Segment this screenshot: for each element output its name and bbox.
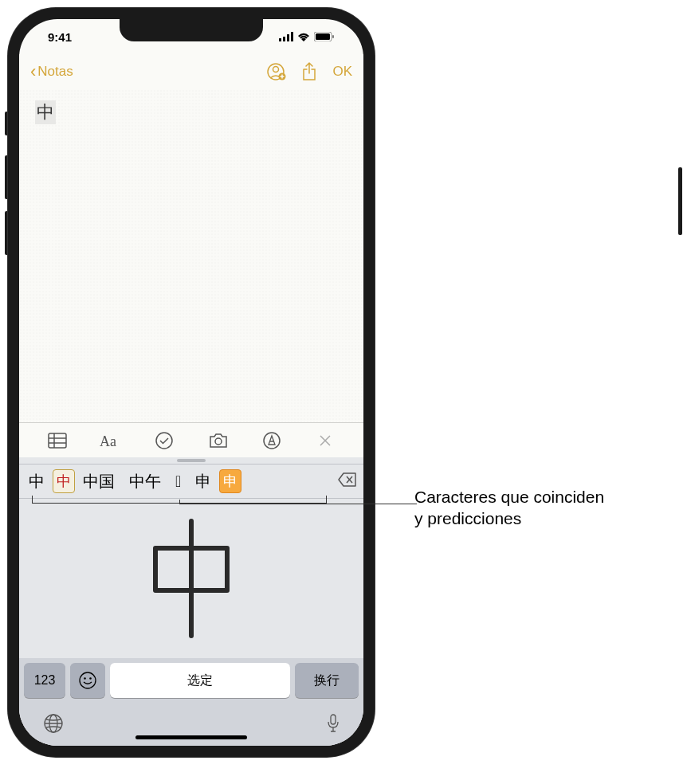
emoji-icon	[79, 672, 96, 689]
svg-rect-3	[291, 32, 293, 41]
battery-icon	[314, 32, 335, 41]
dictation-key[interactable]	[327, 714, 340, 736]
svg-rect-5	[316, 33, 330, 40]
collaborate-button[interactable]	[267, 63, 286, 80]
backspace-icon	[338, 472, 357, 487]
candidate-item[interactable]: 中	[53, 469, 75, 493]
cellular-icon	[279, 32, 293, 41]
return-key[interactable]: 换行	[295, 663, 359, 698]
keyboard-bottom-row: 123 选定 换行	[19, 658, 363, 704]
format-icon: Aa	[100, 433, 122, 449]
backspace-button[interactable]	[338, 472, 357, 490]
back-label: Notas	[37, 64, 73, 80]
table-icon	[48, 433, 67, 449]
notch	[120, 19, 263, 41]
callout-text: Caracteres que coinciden y predicciones	[414, 486, 604, 530]
share-icon	[302, 62, 316, 81]
svg-rect-2	[287, 34, 289, 41]
share-button[interactable]	[302, 62, 316, 81]
keyboard-utility-row	[19, 704, 363, 746]
checkmark-circle-icon	[155, 432, 173, 449]
svg-rect-1	[283, 37, 285, 41]
svg-text:Aa: Aa	[100, 433, 116, 449]
close-icon	[319, 434, 332, 447]
back-button[interactable]: ‹ Notas	[30, 61, 73, 82]
handwritten-character	[135, 515, 247, 642]
callout-line-1: Caracteres que coinciden	[414, 486, 604, 508]
person-add-icon	[267, 63, 286, 80]
chevron-left-icon: ‹	[30, 61, 36, 82]
candidate-item[interactable]: 中午	[123, 468, 167, 496]
close-toolbar-button[interactable]	[299, 434, 352, 447]
globe-key[interactable]	[43, 713, 64, 737]
wifi-icon	[297, 32, 310, 41]
svg-point-15	[156, 433, 172, 449]
keyboard-grabber[interactable]	[19, 457, 363, 464]
navigation-bar: ‹ Notas OK	[19, 54, 363, 89]
done-button[interactable]: OK	[332, 64, 352, 80]
candidate-item[interactable]: 申	[219, 469, 241, 493]
svg-rect-0	[279, 38, 281, 41]
candidate-item[interactable]: 𠀐	[169, 469, 187, 494]
globe-icon	[43, 713, 64, 734]
svg-point-18	[80, 672, 96, 688]
pencil-circle-icon	[263, 432, 281, 449]
notes-toolbar: Aa	[19, 422, 363, 457]
numbers-key[interactable]: 123	[24, 663, 65, 698]
candidate-item[interactable]: 中	[22, 468, 51, 496]
home-indicator[interactable]	[135, 735, 247, 739]
handwriting-input-area[interactable]	[19, 499, 363, 658]
svg-rect-6	[332, 35, 334, 38]
svg-point-16	[215, 438, 222, 445]
keyboard: 中 中 中国 中午 𠀐 申 申 123	[19, 457, 363, 746]
table-button[interactable]	[30, 433, 84, 449]
status-time: 9:41	[48, 30, 72, 44]
svg-rect-10	[49, 433, 66, 448]
svg-point-19	[84, 677, 86, 680]
camera-icon	[209, 433, 228, 449]
callout-line-2: y predicciones	[414, 508, 604, 529]
microphone-icon	[327, 714, 340, 733]
candidate-bar: 中 中 中国 中午 𠀐 申 申	[19, 464, 363, 499]
svg-point-8	[273, 67, 279, 73]
note-text: 中	[35, 100, 56, 124]
candidate-item[interactable]: 中国	[77, 468, 121, 496]
select-key[interactable]: 选定	[110, 663, 290, 698]
svg-point-20	[89, 677, 92, 680]
emoji-key[interactable]	[70, 663, 105, 698]
markup-button[interactable]	[245, 432, 298, 449]
camera-button[interactable]	[191, 433, 245, 449]
candidate-item[interactable]: 申	[189, 468, 218, 496]
phone-frame: 9:41 ‹ Notas OK 中	[8, 8, 375, 757]
status-icons	[279, 32, 335, 41]
format-button[interactable]: Aa	[84, 433, 137, 449]
svg-rect-24	[331, 715, 336, 724]
checklist-button[interactable]	[138, 432, 191, 449]
note-content-area[interactable]: 中	[19, 89, 363, 422]
